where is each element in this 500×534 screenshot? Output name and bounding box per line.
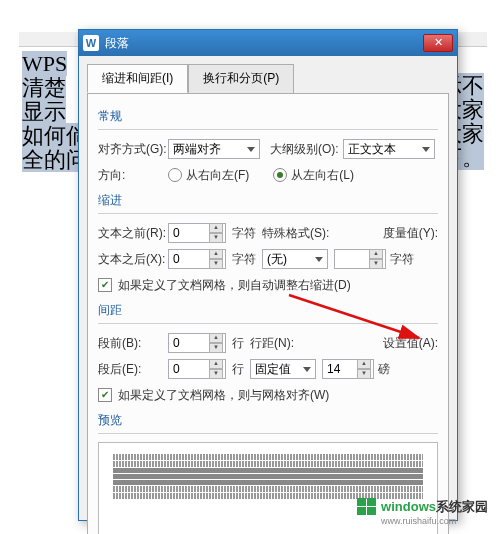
- indent-before-spinner[interactable]: 0▲▼: [168, 223, 226, 243]
- char-unit: 字符: [232, 251, 256, 268]
- chevron-down-icon: [303, 367, 311, 372]
- outline-label: 大纲级别(O):: [270, 141, 339, 158]
- space-before-spinner[interactable]: 0▲▼: [168, 333, 226, 353]
- svg-rect-2: [367, 498, 376, 506]
- svg-rect-3: [357, 507, 366, 515]
- row-unit: 行: [232, 335, 244, 352]
- dialog-title: 段落: [105, 35, 423, 52]
- indent-after-label: 文本之后(X):: [98, 251, 168, 268]
- watermark: windows系统家园 www.ruishaifu.com: [355, 496, 488, 526]
- svg-rect-1: [357, 498, 366, 506]
- section-indent: 缩进: [98, 192, 438, 209]
- auto-adjust-label: 如果定义了文档网格，则自动调整右缩进(D): [118, 277, 351, 294]
- special-format-select[interactable]: (无): [262, 249, 328, 269]
- pt-unit: 磅: [378, 361, 390, 378]
- divider: [98, 213, 438, 214]
- section-general: 常规: [98, 108, 438, 125]
- row-unit: 行: [232, 361, 244, 378]
- space-before-label: 段前(B):: [98, 335, 168, 352]
- alignment-label: 对齐方式(G):: [98, 141, 168, 158]
- space-after-spinner[interactable]: 0▲▼: [168, 359, 226, 379]
- setvalue-label: 设置值(A):: [383, 335, 438, 352]
- rtl-label: 从右向左(F): [186, 167, 249, 184]
- char-unit: 字符: [390, 251, 414, 268]
- outline-level-select[interactable]: 正文文本: [343, 139, 435, 159]
- divider: [98, 323, 438, 324]
- tab-content: 常规 对齐方式(G): 两端对齐 大纲级别(O): 正文文本 方向: 从右向左(…: [87, 93, 449, 534]
- chevron-down-icon: [247, 147, 255, 152]
- tab-line-page-breaks[interactable]: 换行和分页(P): [188, 64, 294, 93]
- direction-label: 方向:: [98, 167, 168, 184]
- tab-bar: 缩进和间距(I) 换行和分页(P): [87, 64, 449, 93]
- tab-indent-spacing[interactable]: 缩进和间距(I): [87, 64, 188, 93]
- ltr-radio[interactable]: [273, 168, 287, 182]
- ltr-label: 从左向右(L): [291, 167, 354, 184]
- close-button[interactable]: ✕: [423, 34, 453, 52]
- snap-grid-checkbox[interactable]: [98, 388, 112, 402]
- alignment-select[interactable]: 两端对齐: [168, 139, 260, 159]
- divider: [98, 433, 438, 434]
- linespace-label: 行距(N):: [250, 335, 294, 352]
- auto-adjust-checkbox[interactable]: [98, 278, 112, 292]
- section-preview: 预览: [98, 412, 438, 429]
- titlebar[interactable]: W 段落 ✕: [79, 30, 457, 56]
- divider: [98, 129, 438, 130]
- windows-icon: [355, 496, 379, 518]
- space-after-label: 段后(E):: [98, 361, 168, 378]
- svg-rect-4: [367, 507, 376, 515]
- rtl-radio[interactable]: [168, 168, 182, 182]
- indent-after-spinner[interactable]: 0▲▼: [168, 249, 226, 269]
- chevron-down-icon: [422, 147, 430, 152]
- paragraph-dialog: W 段落 ✕ 缩进和间距(I) 换行和分页(P) 常规 对齐方式(G): 两端对…: [78, 29, 458, 521]
- chevron-down-icon: [315, 257, 323, 262]
- special-label: 特殊格式(S):: [262, 225, 329, 242]
- indent-before-label: 文本之前(R):: [98, 225, 168, 242]
- snap-grid-label: 如果定义了文档网格，则与网格对齐(W): [118, 387, 329, 404]
- linespace-select[interactable]: 固定值: [250, 359, 316, 379]
- metric-spinner[interactable]: ▲▼: [334, 249, 386, 269]
- char-unit: 字符: [232, 225, 256, 242]
- section-spacing: 间距: [98, 302, 438, 319]
- metric-label: 度量值(Y):: [383, 225, 438, 242]
- setvalue-spinner[interactable]: 14▲▼: [322, 359, 374, 379]
- app-icon: W: [83, 35, 99, 51]
